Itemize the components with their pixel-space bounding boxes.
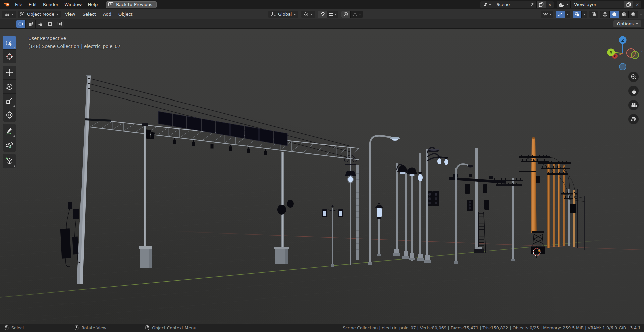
scene-statistics: Scene Collection | electric_pole_07 | Ve… bbox=[343, 325, 641, 330]
gizmo-z-label: Z bbox=[621, 38, 624, 43]
gizmo-x-label: X bbox=[614, 55, 616, 58]
menu-file[interactable]: File bbox=[12, 1, 25, 8]
tool-select-box[interactable] bbox=[3, 36, 16, 49]
toggle-ortho-button[interactable] bbox=[628, 114, 639, 124]
show-gizmos-toggle[interactable] bbox=[556, 11, 565, 18]
select-mode-options bbox=[16, 20, 64, 28]
shading-material-button[interactable] bbox=[619, 11, 628, 18]
blender-logo-icon[interactable] bbox=[3, 2, 10, 7]
options-label: Options bbox=[617, 21, 634, 26]
back-screen-icon bbox=[108, 2, 114, 7]
pin-icon[interactable] bbox=[530, 2, 534, 7]
scene-name: Scene bbox=[495, 2, 530, 7]
snap-toggle[interactable] bbox=[318, 11, 327, 18]
tool-move[interactable] bbox=[3, 66, 16, 79]
object-origin-dot bbox=[538, 250, 540, 252]
tool-cursor[interactable] bbox=[3, 50, 16, 63]
tool-scale[interactable] bbox=[3, 94, 16, 108]
menu-add[interactable]: Add bbox=[100, 11, 114, 18]
editor-type-button[interactable] bbox=[2, 11, 16, 18]
navigation-gizmo[interactable]: X Y Z bbox=[600, 30, 642, 72]
pivot-point-icon bbox=[304, 12, 309, 17]
xray-toggle[interactable] bbox=[589, 11, 598, 18]
mode-selector[interactable]: Object Mode bbox=[18, 11, 61, 18]
view-layer-new-button[interactable] bbox=[624, 1, 633, 8]
right-mouse-button-icon bbox=[145, 325, 149, 331]
chevron-down-icon bbox=[636, 23, 638, 25]
gizmo-arrow-icon bbox=[558, 12, 563, 17]
select-mode-invert-button[interactable] bbox=[45, 20, 55, 28]
scene-selector: Scene × bbox=[480, 1, 554, 8]
options-dropdown[interactable]: Options bbox=[613, 20, 641, 27]
chevron-down-icon bbox=[335, 14, 337, 15]
shading-settings-dropdown[interactable] bbox=[640, 14, 642, 15]
scene-browse-button[interactable] bbox=[480, 1, 493, 8]
scene-name-field[interactable]: Scene bbox=[493, 1, 536, 8]
menu-window[interactable]: Window bbox=[61, 1, 85, 8]
view-layer-name-field[interactable]: ViewLayer bbox=[571, 1, 624, 8]
menu-object[interactable]: Object bbox=[116, 11, 135, 18]
view-layer-selector: ViewLayer × bbox=[557, 1, 641, 8]
overlays-controls bbox=[573, 11, 587, 18]
pivot-point-selector[interactable] bbox=[301, 11, 315, 18]
snap-settings-dropdown[interactable] bbox=[327, 11, 338, 18]
gizmo-axis-neg-y[interactable] bbox=[631, 51, 639, 59]
menu-edit[interactable]: Edit bbox=[25, 1, 40, 8]
pan-button[interactable] bbox=[628, 86, 639, 96]
view-layer-browse-button[interactable] bbox=[557, 1, 570, 8]
select-mode-subtract-button[interactable] bbox=[36, 20, 45, 28]
viewport-nav-buttons bbox=[628, 72, 639, 124]
object-visibility-controls bbox=[541, 11, 553, 18]
orientation-label: Global bbox=[278, 12, 292, 17]
wireframe-sphere-icon bbox=[602, 12, 608, 17]
proportional-falloff-dropdown[interactable] bbox=[351, 11, 363, 18]
hand-icon bbox=[630, 87, 637, 95]
shading-solid-button[interactable] bbox=[610, 11, 619, 18]
scene-new-button[interactable] bbox=[537, 1, 546, 8]
middle-mouse-button-icon bbox=[75, 325, 79, 331]
camera-view-button[interactable] bbox=[628, 100, 639, 110]
tool-transform[interactable] bbox=[3, 108, 16, 122]
zoom-button[interactable] bbox=[628, 72, 639, 82]
tool-options-corner bbox=[13, 47, 15, 48]
select-mode-extend-button[interactable] bbox=[26, 20, 35, 28]
view-layer-name: ViewLayer bbox=[573, 2, 622, 7]
gizmos-settings-dropdown[interactable] bbox=[565, 11, 570, 18]
object-type-visibility-dropdown[interactable] bbox=[541, 11, 553, 18]
shading-wireframe-button[interactable] bbox=[600, 11, 609, 18]
rendered-sphere-icon bbox=[631, 12, 636, 17]
snapping-controls bbox=[318, 11, 338, 18]
proportional-edit-toggle[interactable] bbox=[341, 11, 350, 18]
viewport-header: Object Mode View Select Add Object Globa… bbox=[0, 9, 644, 19]
select-mode-set-button[interactable] bbox=[16, 20, 25, 28]
gizmo-axis-neg-z[interactable] bbox=[619, 63, 626, 70]
menu-render[interactable]: Render bbox=[40, 1, 61, 8]
duplicate-icon bbox=[626, 2, 631, 7]
chevron-down-icon bbox=[56, 14, 58, 15]
view-perspective-label: User Perspective bbox=[28, 34, 120, 42]
tool-measure[interactable] bbox=[3, 138, 16, 152]
transform-orientation-selector[interactable]: Global bbox=[268, 11, 298, 18]
overlays-settings-dropdown[interactable] bbox=[582, 11, 587, 18]
scene-unlink-button[interactable]: × bbox=[546, 1, 554, 8]
shading-rendered-button[interactable] bbox=[629, 11, 638, 18]
sidebar-expand-tab[interactable]: ‹ bbox=[640, 47, 644, 55]
3d-viewport[interactable]: User Perspective (148) Scene Collection … bbox=[0, 28, 644, 323]
falloff-curve-icon bbox=[352, 12, 358, 17]
tool-add-cube[interactable] bbox=[3, 154, 16, 168]
3d-viewport-scene[interactable] bbox=[0, 29, 644, 324]
back-to-previous-button[interactable]: Back to Previous bbox=[106, 1, 157, 8]
duplicate-icon bbox=[539, 2, 544, 7]
hint-label: Object Context Menu bbox=[152, 325, 196, 330]
show-overlays-toggle[interactable] bbox=[573, 11, 581, 18]
tool-rotate[interactable] bbox=[3, 80, 16, 93]
menu-select[interactable]: Select bbox=[80, 11, 99, 18]
overlays-icon bbox=[575, 12, 580, 17]
chevron-down-icon bbox=[489, 4, 491, 5]
menu-view[interactable]: View bbox=[62, 11, 78, 18]
chevron-down-icon bbox=[566, 4, 568, 5]
select-mode-intersect-button[interactable] bbox=[55, 20, 64, 28]
menu-help[interactable]: Help bbox=[85, 1, 101, 8]
view-layer-remove-button[interactable]: × bbox=[633, 1, 641, 8]
tool-annotate[interactable] bbox=[3, 124, 16, 138]
